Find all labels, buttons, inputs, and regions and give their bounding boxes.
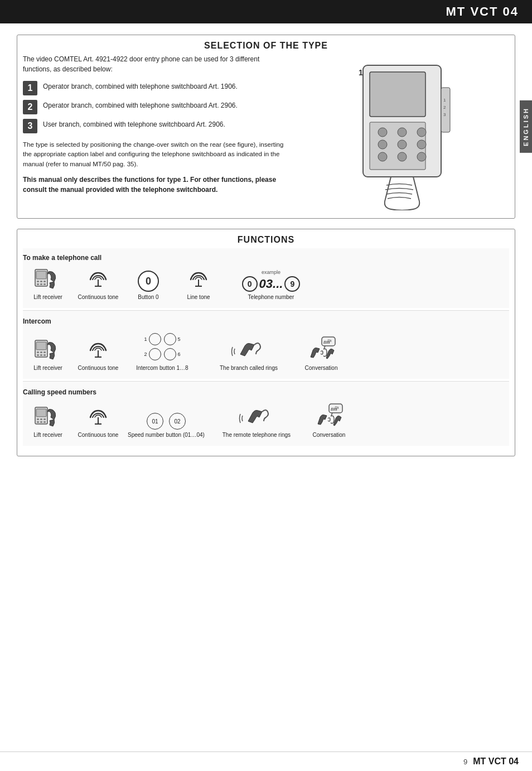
telephone-number-label: Telephone number: [248, 294, 294, 300]
svg-rect-13: [441, 88, 450, 132]
conversation-cell-1: Bla Ila Conversation: [296, 333, 346, 373]
type-item-2: 2 Operator branch, combined with telepho…: [23, 100, 284, 114]
footer-title: MT VCT 04: [473, 756, 519, 767]
intercom-btn-2-circle: [149, 348, 161, 360]
svg-point-4: [378, 128, 387, 137]
branch-rings-label: The branch called rings: [220, 365, 278, 371]
svg-rect-24: [43, 283, 46, 285]
tel-number-display: 0 03... 9: [242, 276, 301, 292]
continuous-tone-cell-2: Continuous tone: [73, 336, 123, 373]
svg-rect-22: [37, 283, 39, 285]
line-tone-icon: [185, 267, 212, 292]
svg-rect-44: [37, 418, 39, 420]
button-0-label: Button 0: [138, 294, 158, 300]
lift-receiver-icon-3: [34, 405, 62, 430]
svg-point-7: [378, 140, 387, 149]
functions-section: FUNCTIONS To make a telephone call: [17, 229, 515, 456]
functions-title: FUNCTIONS: [17, 229, 515, 248]
continuous-tone-icon-1: [85, 267, 112, 292]
example-label: example: [262, 269, 280, 275]
button-0-cell: 0 Button 0: [123, 268, 173, 302]
lift-receiver-cell-2: Lift receiver: [23, 336, 73, 373]
speed-btn-01: 01: [147, 413, 163, 430]
continuous-tone-label-2: Continuous tone: [78, 365, 119, 371]
svg-text:1: 1: [443, 98, 446, 103]
continuous-tone-icon-3: [85, 405, 112, 430]
button-0-icon: 0: [138, 271, 159, 292]
speed-dial-buttons-label: Speed number button (01…04): [128, 432, 205, 438]
svg-rect-36: [43, 354, 46, 356]
selection-right: 1 1 2 3: [296, 54, 509, 210]
svg-point-10: [378, 152, 387, 161]
svg-rect-32: [40, 351, 42, 353]
lift-receiver-cell-3: Lift receiver: [23, 403, 73, 440]
svg-point-12: [417, 152, 426, 161]
svg-rect-47: [37, 421, 39, 423]
lift-receiver-label-1: Lift receiver: [33, 294, 62, 300]
svg-rect-33: [43, 351, 46, 353]
intercom-btn-1-row: 1: [144, 333, 161, 345]
type-item-1: 1 Operator branch, combined with telepho…: [23, 81, 284, 95]
intercom-btn-1-circle: [149, 333, 161, 345]
footer-bar: 9 MT VCT 04: [0, 751, 532, 771]
speed-dial-buttons-row: 01 02: [147, 413, 186, 430]
type-num-1: 1: [23, 81, 37, 95]
selection-body-text: The type is selected by positioning the …: [23, 140, 284, 169]
svg-text:1: 1: [359, 68, 363, 77]
type-desc-3: User branch, combined with telephone swi…: [43, 119, 225, 129]
header-bar: MT VCT 04: [0, 0, 532, 23]
telephone-call-title: To make a telephone call: [23, 254, 509, 262]
telephone-call-row: Lift receiver Continuous tone: [23, 265, 509, 308]
intercom-btn-2-num: 2: [144, 351, 147, 357]
main-content: SELECTION OF THE TYPE The video COMTEL A…: [0, 23, 532, 478]
svg-rect-23: [40, 283, 42, 285]
svg-rect-43: [36, 409, 46, 417]
svg-point-6: [417, 128, 426, 137]
svg-rect-18: [36, 271, 46, 279]
footer-page: 9: [463, 758, 467, 766]
conversation-icon-2: Bla Ila: [313, 402, 344, 430]
functions-body: To make a telephone call: [17, 248, 515, 456]
intercom-btn-5-row: 5: [164, 333, 181, 345]
selection-bold-text: This manual only describes the functions…: [23, 175, 284, 195]
remote-rings-icon: [237, 402, 276, 430]
line-tone-label: Line tone: [187, 294, 210, 300]
intercom-btn-5-circle: [164, 333, 176, 345]
tel-digits: 03...: [259, 277, 283, 291]
svg-point-8: [398, 140, 407, 149]
tel-nine-circle: 9: [284, 276, 300, 292]
selection-body: The video COMTEL Art. 4921-4922 door ent…: [17, 54, 515, 218]
remote-rings-cell: The remote telephone rings: [209, 399, 304, 440]
type-item-3: 3 User branch, combined with telephone s…: [23, 119, 284, 133]
speed-dial-buttons-cell: 01 02 Speed number button (01…04): [123, 411, 209, 440]
type-desc-1: Operator branch, combined with telephone…: [43, 81, 238, 91]
svg-rect-34: [37, 354, 39, 356]
selection-left: The video COMTEL Art. 4921-4922 door ent…: [23, 54, 284, 210]
phone-device-illustration: 1 1 2 3: [341, 54, 463, 210]
intercom-title: Intercom: [23, 317, 509, 325]
lift-receiver-icon-2: [34, 338, 62, 363]
svg-rect-1: [370, 72, 425, 117]
continuous-tone-icon-2: [85, 338, 112, 363]
type-num-3: 3: [23, 119, 37, 133]
branch-rings-cell: The branch called rings: [201, 333, 296, 373]
telephone-number-cell: example 0 03... 9 Telephone number: [224, 267, 318, 302]
svg-rect-49: [43, 421, 46, 423]
speed-dial-subsection: Calling speed numbers: [23, 381, 509, 446]
continuous-tone-cell-3: Continuous tone: [73, 403, 123, 440]
continuous-tone-label-3: Continuous tone: [78, 432, 119, 438]
svg-text:2: 2: [443, 105, 446, 110]
svg-rect-45: [40, 418, 42, 420]
intercom-row: Lift receiver Continuous tone: [23, 329, 509, 379]
tel-zero-circle: 0: [242, 276, 258, 292]
intercom-buttons-label: Intercom button 1…8: [136, 365, 188, 371]
svg-point-5: [398, 128, 407, 137]
intercom-btn-6-row: 6: [164, 348, 181, 360]
svg-text:Ila: Ila: [327, 339, 332, 343]
intercom-btn-1-num: 1: [144, 336, 147, 342]
svg-rect-19: [37, 281, 39, 282]
type-list: 1 Operator branch, combined with telepho…: [23, 81, 284, 133]
speed-btn-02: 02: [169, 413, 186, 430]
continuous-tone-cell-1: Continuous tone: [73, 265, 123, 302]
side-tab: ENGLISH: [520, 100, 532, 153]
